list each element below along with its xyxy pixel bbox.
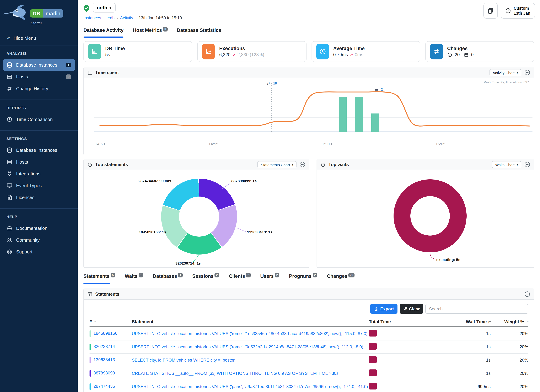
sidebar-item-community[interactable]: Community (3, 234, 75, 246)
waits-chart-selector[interactable]: Waits Chart ▾ (492, 161, 521, 168)
tab-badge: 0 (163, 27, 167, 31)
collapse-panel-button[interactable] (300, 161, 306, 168)
export-button[interactable]: Export (370, 304, 397, 314)
tab-programs[interactable]: Programs2 (289, 273, 317, 284)
instance-selector[interactable]: crdb ▾ (93, 3, 115, 13)
clock-icon (316, 44, 329, 60)
statement-text-link[interactable]: UPSERT INTO vehicle_location_histories V… (132, 331, 368, 336)
statement-text-link[interactable]: UPSERT INTO vehicle_location_histories V… (132, 384, 368, 389)
sidebar-item-support[interactable]: Support (3, 246, 75, 258)
collapse-panel-button[interactable] (524, 291, 530, 297)
change-annotation-count: 2 (381, 88, 383, 91)
tab-badge: 1 (178, 273, 183, 277)
column-header-statement[interactable]: Statement (132, 317, 369, 327)
statements-chart-selector[interactable]: Statements Chart ▾ (257, 161, 296, 168)
statement-color-chip (90, 330, 91, 337)
tab-sessions[interactable]: Sessions2 (192, 273, 219, 284)
card-value: 6,320 (219, 52, 231, 57)
search-input[interactable] (425, 304, 528, 314)
statement-color-chip (90, 383, 91, 390)
briefcase-icon (6, 225, 13, 231)
donut-label-287474436: 287474436: 999ms (137, 179, 171, 183)
sidebar-item-documentation[interactable]: Documentation (3, 222, 75, 234)
tab-badge: 1 (139, 273, 143, 277)
bar-chart-icon (88, 44, 101, 60)
count-badge: 1 (66, 63, 71, 68)
sort-asc-icon: ↑≡ (488, 320, 490, 324)
column-header-weight[interactable]: Weight %↓≡ (490, 317, 528, 327)
sidebar-item-label: Database Instances (16, 148, 71, 153)
statement-color-chip (90, 344, 91, 350)
sidebar-item-change-history[interactable]: Change History (3, 83, 75, 94)
table-header-row: #↓≡ Statement Total Time Wait Time↑≡ Wei… (90, 317, 528, 327)
top-waits-chart: executing: 5s (317, 170, 534, 268)
sidebar-item-event-types[interactable]: Event Types (3, 180, 75, 192)
statement-id-link[interactable]: 887898099 (94, 371, 115, 376)
instance-name: crdb (97, 5, 107, 10)
tab-waits[interactable]: Waits1 (125, 273, 143, 284)
hide-menu-button[interactable]: « Hide Menu (0, 31, 78, 45)
marlin-fish-logo (3, 3, 30, 22)
statement-text-link[interactable]: CREATE STATISTICS __auto__ FROM [63] WIT… (132, 371, 339, 376)
tab-database-activity[interactable]: Database Activity (83, 28, 124, 38)
main-tabs: Database Activity Host Metrics0 Database… (78, 24, 540, 38)
sidebar-item-label: Change History (16, 86, 71, 91)
weight-value: 20% (490, 380, 528, 392)
donut-label-1845898166: 1845898166: 1s (124, 230, 166, 234)
sidebar: DBmarlin Starter « Hide Menu ANALYSIS Da… (0, 0, 78, 392)
statement-id-link[interactable]: 287474436 (94, 384, 115, 389)
total-time-bar (369, 356, 377, 363)
copy-icon (488, 8, 494, 14)
card-title: Executions (219, 46, 264, 51)
collapse-panel-button[interactable] (524, 69, 530, 75)
sidebar-item-hosts[interactable]: Hosts 0 (3, 71, 75, 83)
tab-users[interactable]: Users2 (260, 273, 280, 284)
statements-donut (161, 179, 237, 254)
statements-table: #↓≡ Statement Total Time Wait Time↑≡ Wei… (90, 317, 528, 392)
column-header-id[interactable]: #↓≡ (90, 317, 132, 327)
statement-text-link[interactable]: SELECT city, id FROM vehicles WHERE city… (132, 358, 236, 363)
collapse-icon: « (7, 35, 10, 41)
activity-chart-selector[interactable]: Activity Chart ▾ (489, 69, 521, 76)
breadcrumb-crdb[interactable]: crdb (106, 16, 115, 20)
time-range-button[interactable]: Custom 13th Jan (501, 3, 535, 19)
column-header-wait-time[interactable]: Wait Time↑≡ (435, 317, 490, 327)
sidebar-item-time-comparison[interactable]: Time Comparison (3, 114, 75, 125)
undo-icon: ↺ (403, 306, 407, 312)
hide-menu-label: Hide Menu (14, 35, 36, 41)
sidebar-item-integrations[interactable]: Integrations (3, 168, 75, 180)
x-tick: 15:00 (322, 142, 332, 146)
tab-statements[interactable]: Statements5 (83, 273, 115, 284)
column-header-total-time[interactable]: Total Time (369, 317, 435, 327)
section-title: SETTINGS (3, 136, 75, 141)
wait-time-value: 1s (435, 367, 490, 380)
changes-info-count: 20 (455, 52, 460, 57)
line-chart-icon (202, 44, 215, 60)
tab-clients[interactable]: Clients2 (229, 273, 251, 284)
sidebar-section-help: HELP Documentation Community Support (0, 208, 78, 261)
statement-id-link[interactable]: 326238714 (94, 344, 115, 349)
sidebar-item-hosts-settings[interactable]: Hosts (3, 156, 75, 168)
copy-button[interactable] (484, 3, 498, 19)
sidebar-item-label: Hosts (16, 74, 62, 79)
breadcrumb-activity[interactable]: Activity (120, 16, 133, 20)
top-statements-panel: Top statements Statements Chart ▾ (83, 159, 310, 268)
sidebar-item-database-instances[interactable]: Database Instances 1 (3, 59, 75, 71)
collapse-panel-button[interactable] (524, 161, 530, 168)
statement-id-link[interactable]: 1845898166 (94, 331, 117, 336)
sort-desc-icon: ↓≡ (93, 320, 96, 324)
clear-button[interactable]: ↺ Clear (400, 304, 423, 314)
tab-changes[interactable]: Changes20 (327, 273, 355, 284)
sidebar-item-licences[interactable]: Licences (3, 192, 75, 203)
life-ring-icon (6, 249, 13, 255)
pie-chart-icon (87, 162, 92, 167)
statement-id-link[interactable]: 139638413 (94, 357, 115, 362)
donut-label-887898099: 887898099: 1s (231, 179, 257, 183)
tab-databases[interactable]: Databases1 (153, 273, 183, 284)
tab-database-statistics[interactable]: Database Statistics (177, 28, 221, 38)
tab-host-metrics[interactable]: Host Metrics0 (133, 28, 168, 38)
breadcrumb-instances[interactable]: Instances (83, 16, 101, 20)
statement-text-link[interactable]: UPSERT INTO vehicle_location_histories V… (132, 344, 363, 349)
sidebar-item-database-instances-settings[interactable]: Database Instances (3, 144, 75, 156)
statement-color-chip (90, 357, 91, 363)
